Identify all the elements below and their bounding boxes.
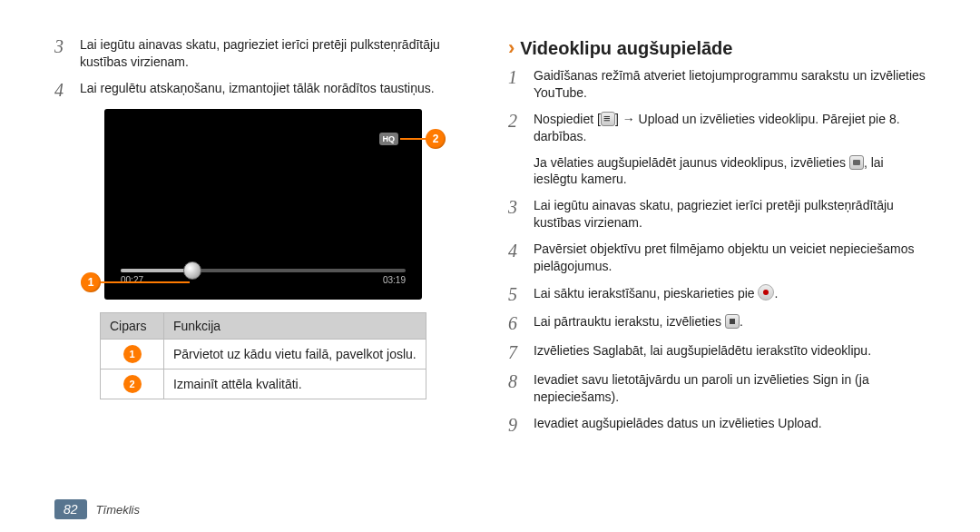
step-text: Izvēlieties Saglabāt, lai augšupielādētu…	[534, 342, 926, 362]
right-step-5: 5 Lai sāktu ierakstīšanu, pieskarieties …	[508, 284, 926, 304]
page-number: 82	[54, 499, 87, 519]
step-number: 6	[508, 313, 526, 333]
section-heading: › Videoklipu augšupielāde	[508, 36, 926, 60]
callout-1-icon: 1	[81, 272, 101, 292]
row-1-text: Pārvietot uz kādu vietu failā, pavelkot …	[164, 339, 426, 369]
step-text: Gaidīšanas režīmā atveriet lietojumprogr…	[534, 67, 926, 102]
step-number: 4	[54, 80, 73, 100]
step-text: Lai iegūtu ainavas skatu, pagrieziet ier…	[534, 197, 926, 232]
seek-thumb-icon	[183, 261, 201, 280]
player-screenshot: HQ 00:27 03:19 1 2	[104, 109, 422, 300]
right-step-8: 8 Ievadiet savu lietotājvārdu un paroli …	[508, 371, 926, 406]
menu-key-icon	[601, 112, 615, 126]
step-number: 1	[508, 67, 526, 102]
stop-icon	[725, 314, 740, 329]
table-row: 2 Izmainīt attēla kvalitāti.	[101, 369, 426, 399]
step-text: Nospiediet [] → Upload un izvēlieties vi…	[534, 111, 926, 145]
step-number: 9	[508, 415, 526, 435]
step-number: 2	[508, 111, 526, 145]
right-column: › Videoklipu augšupielāde 1 Gaidīšanas r…	[508, 36, 926, 490]
step-text: Lai pārtrauktu ierakstu, izvēlieties .	[534, 313, 926, 333]
chevron-icon: ›	[508, 36, 514, 60]
right-step-6: 6 Lai pārtrauktu ierakstu, izvēlieties .	[508, 313, 926, 333]
right-step-2: 2 Nospiediet [] → Upload un izvēlieties …	[508, 111, 926, 145]
right-step-9: 9 Ievadiet augšupielādes datus un izvēli…	[508, 415, 926, 435]
step-number: 4	[508, 241, 526, 275]
right-step-3: 3 Lai iegūtu ainavas skatu, pagrieziet i…	[508, 197, 926, 232]
left-column: 3 Lai iegūtu ainavas skatu, pagrieziet i…	[54, 36, 472, 490]
left-step-3: 3 Lai iegūtu ainavas skatu, pagrieziet i…	[54, 36, 472, 71]
time-elapsed: 00:27	[121, 275, 143, 285]
heading-text: Videoklipu augšupielāde	[520, 38, 732, 59]
row-2-text: Izmainīt attēla kvalitāti.	[164, 369, 426, 399]
step-number: 5	[508, 284, 526, 304]
step-number: 7	[508, 342, 526, 362]
step-text: Lai sāktu ierakstīšanu, pieskarieties pi…	[534, 284, 926, 304]
function-table: Cipars Funkcija 1 Pārvietot uz kādu viet…	[100, 312, 426, 399]
row-number-1-icon: 1	[123, 345, 142, 363]
right-step-4: 4 Pavērsiet objektīvu pret filmējamo obj…	[508, 241, 926, 275]
right-step-2-note: Ja vēlaties augšupielādēt jaunus videokl…	[534, 154, 926, 189]
section-name: Tīmeklis	[96, 503, 140, 517]
left-step-4: 4 Lai regulētu atskaņošanu, izmantojiet …	[54, 80, 472, 100]
step-text: Lai regulētu atskaņošanu, izmantojiet tā…	[80, 80, 472, 100]
page-footer: 82 Tīmeklis	[54, 499, 140, 519]
row-number-2-icon: 2	[123, 375, 142, 393]
table-head-number: Cipars	[101, 312, 164, 339]
step-text: Ievadiet savu lietotājvārdu un paroli un…	[534, 371, 926, 406]
step-text: Lai iegūtu ainavas skatu, pagrieziet ier…	[80, 36, 472, 71]
step-text: Ievadiet augšupielādes datus un izvēliet…	[534, 415, 926, 435]
callout-2-icon: 2	[426, 129, 446, 149]
callout-line	[400, 138, 427, 140]
table-head-function: Funkcija	[164, 312, 426, 339]
table-row: 1 Pārvietot uz kādu vietu failā, pavelko…	[101, 339, 426, 369]
hq-badge: HQ	[379, 133, 399, 145]
callout-line	[99, 281, 190, 283]
step-number: 3	[508, 197, 526, 232]
step-number: 3	[54, 36, 73, 71]
record-icon	[758, 284, 774, 300]
step-number: 8	[508, 371, 526, 406]
right-step-7: 7 Izvēlieties Saglabāt, lai augšupielādē…	[508, 342, 926, 362]
right-step-1: 1 Gaidīšanas režīmā atveriet lietojumpro…	[508, 67, 926, 102]
time-total: 03:19	[383, 275, 406, 285]
step-text: Pavērsiet objektīvu pret filmējamo objek…	[534, 241, 926, 275]
camera-icon	[849, 155, 864, 170]
